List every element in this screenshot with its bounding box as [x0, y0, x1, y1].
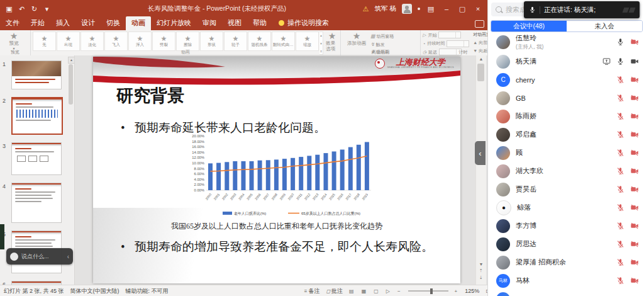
ribbon-tab-1[interactable]: 文件	[0, 16, 25, 30]
participant-row-7[interactable]: 顾	[488, 144, 644, 162]
preview-button[interactable]: ★ 预览 ▾	[2, 31, 26, 51]
reading-view-icon[interactable]: ▢	[374, 288, 379, 294]
redo-icon[interactable]: ↻	[29, 5, 40, 13]
previous-slide-button[interactable]: ⇡	[476, 268, 486, 273]
animation-effect-1[interactable]: ★无	[33, 31, 56, 51]
animation-effect-11[interactable]: ★翻转式由远...	[272, 31, 295, 51]
ribbon-tab-8[interactable]: 审阅	[197, 16, 222, 30]
camera-off-icon[interactable]	[630, 276, 639, 285]
camera-on-icon[interactable]	[630, 57, 639, 65]
chat-input-toast[interactable]: 说点什么... ‹	[6, 248, 73, 265]
ribbon-tab-6[interactable]: 动画	[126, 16, 151, 30]
save-icon[interactable]: ▣	[4, 5, 14, 13]
camera-off-icon[interactable]	[630, 94, 639, 102]
scrollbar-thumb[interactable]	[477, 64, 484, 81]
mic-on-icon[interactable]	[616, 38, 625, 46]
mic-off-icon[interactable]	[616, 276, 625, 285]
participant-row-8[interactable]: 湖大李欣	[488, 162, 644, 180]
mic-off-icon[interactable]	[616, 149, 625, 157]
animation-effect-8[interactable]: ★形状	[200, 31, 223, 51]
ribbon-tab-7[interactable]: 幻灯片放映	[151, 16, 197, 30]
camera-off-icon[interactable]	[630, 258, 639, 266]
participant-row-11[interactable]: 李方博	[488, 217, 644, 235]
ribbon-tab-9[interactable]: 视图	[222, 16, 247, 30]
ribbon-tab-10[interactable]: 帮助	[247, 16, 272, 30]
mic-off-icon[interactable]	[616, 203, 625, 212]
panel-collapse-handle[interactable]: ‹	[475, 141, 486, 165]
meeting-tab-in-meeting[interactable]: 会议中(48)	[491, 21, 567, 31]
slide-scrollbar[interactable]: ▲ ▼ ⇡ ⇣	[475, 55, 486, 285]
next-slide-button[interactable]: ⇣	[476, 275, 486, 280]
camera-off-icon[interactable]	[630, 76, 639, 84]
slide-thumbnail-2[interactable]	[11, 97, 63, 135]
participant-row-14[interactable]: 马林马林	[488, 271, 644, 290]
duration-input[interactable]	[447, 40, 469, 47]
account-avatar[interactable]	[402, 4, 412, 14]
accessibility-status[interactable]: 辅助功能: 不可用	[126, 287, 169, 295]
account-name[interactable]: 筑军 杨	[375, 4, 396, 13]
zoom-slider[interactable]	[408, 290, 448, 292]
zoom-out-icon[interactable]: −	[397, 288, 401, 294]
camera-off-icon[interactable]	[630, 222, 639, 230]
camera-off-icon[interactable]	[630, 149, 639, 157]
maximize-button[interactable]: ▢	[457, 5, 467, 13]
camera-off-icon[interactable]	[630, 203, 639, 212]
animation-effect-2[interactable]: ★出现	[57, 31, 80, 51]
notes-button[interactable]: ≡备注	[304, 287, 320, 295]
language-indicator[interactable]: 简体中文(中国大陆)	[70, 287, 119, 295]
mic-off-icon[interactable]	[616, 167, 625, 175]
slideshow-view-icon[interactable]: ▷	[386, 288, 390, 294]
ribbon-tab-4[interactable]: 设计	[75, 16, 101, 30]
participant-row-4[interactable]: GB	[488, 89, 644, 107]
collapse-ribbon-icon[interactable]: ^	[483, 49, 486, 55]
camera-off-icon[interactable]	[630, 112, 639, 120]
ribbon-tab-3[interactable]: 插入	[50, 16, 75, 30]
zoom-level[interactable]: 125%	[465, 288, 479, 294]
participant-row-13[interactable]: 梁厚浦 招商积余	[488, 253, 644, 271]
comments-button[interactable]: ◻批注	[326, 287, 343, 295]
mic-off-icon[interactable]	[616, 222, 625, 230]
camera-off-icon[interactable]	[630, 185, 639, 193]
participant-row-2[interactable]: 杨天满	[488, 52, 644, 71]
animation-pane-button[interactable]: ▦动画窗格	[370, 33, 394, 40]
ribbon-display-options-icon[interactable]: ▤	[426, 5, 436, 13]
slide-editor[interactable]: 上海财经大学 SHANGHAI UNIVERSITY OF FINANCE AN…	[93, 57, 460, 283]
camera-off-icon[interactable]	[630, 130, 639, 139]
slide-thumbnail-3[interactable]	[11, 142, 62, 175]
participant-row-5[interactable]: 陈雨娇	[488, 107, 644, 125]
animation-effect-9[interactable]: ★轮子	[224, 31, 247, 51]
tell-me-search[interactable]: 操作说明搜索	[272, 16, 335, 30]
mic-off-icon[interactable]	[616, 258, 625, 266]
animation-effect-7[interactable]: ★擦除	[176, 31, 199, 51]
ribbon-tab-2[interactable]: 开始	[25, 16, 50, 30]
participant-row-3[interactable]: Ccherry	[488, 71, 644, 89]
close-button[interactable]: ×	[473, 5, 483, 13]
undo-icon[interactable]: ↶	[16, 5, 27, 13]
camera-off-icon[interactable]	[630, 167, 639, 175]
meeting-tab-not-joined[interactable]: 未入会	[567, 21, 642, 31]
animation-effect-12[interactable]: ★缩放	[296, 31, 319, 51]
slide-chart[interactable]: 0.00%2.00%4.00%6.00%8.00%10.00%12.00%14.…	[182, 132, 375, 220]
animation-effect-10[interactable]: ★随机线条	[248, 31, 271, 51]
participant-row-9[interactable]: 贾昊岳	[488, 180, 644, 198]
start-select[interactable]	[438, 31, 461, 38]
slide-thumbnail-4[interactable]	[11, 183, 62, 223]
license-warning-icon[interactable]: ⚠	[363, 5, 369, 13]
participant-row-1[interactable]: 伍慧玲(主持人, 我)	[488, 31, 644, 52]
mic-off-icon[interactable]	[616, 112, 625, 120]
slide-bullet-2[interactable]: 预期寿命的增加导致养老准备金不足，即个人长寿风险。	[121, 238, 445, 255]
participant-row-15[interactable]	[488, 290, 644, 296]
participant-row-10[interactable]: ●鲸落	[488, 198, 644, 217]
animation-effect-3[interactable]: ★淡化	[80, 31, 104, 51]
normal-view-icon[interactable]: ▤	[349, 288, 354, 294]
participant-row-6[interactable]: 邓启鑫	[488, 125, 644, 144]
ribbon-tab-5[interactable]: 切换	[101, 16, 126, 30]
mic-off-icon[interactable]	[616, 76, 625, 84]
mic-off-icon[interactable]	[616, 185, 625, 193]
qat-customize-icon[interactable]: ▾	[42, 5, 52, 13]
animation-effect-4[interactable]: ★飞入	[104, 31, 128, 51]
slide-thumbnail-1[interactable]	[11, 60, 62, 89]
mic-off-icon[interactable]	[616, 130, 625, 139]
camera-off-icon[interactable]	[630, 38, 639, 46]
mic-off-icon[interactable]	[616, 94, 625, 102]
